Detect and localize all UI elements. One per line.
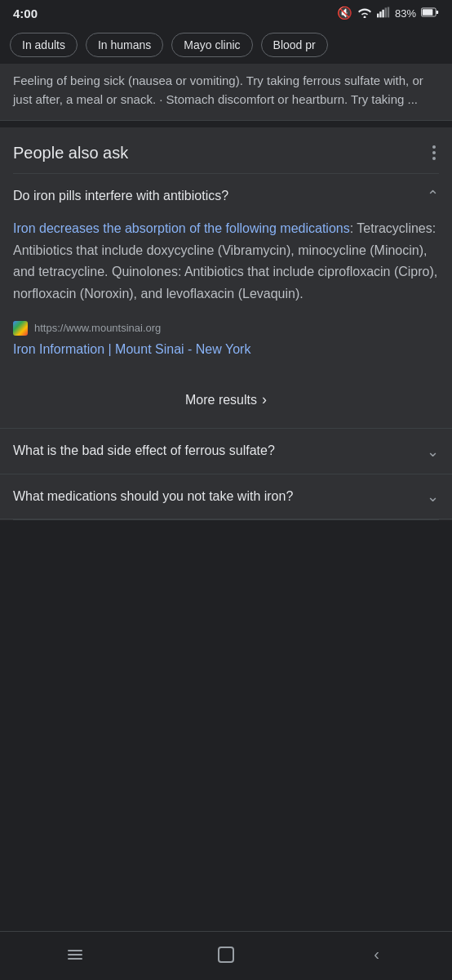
snippet-text: Feeling of being sick (nausea or vomitin… [13,72,439,109]
chevron-down-icon-2: ⌄ [427,443,439,461]
nav-back-button[interactable]: ‹ [352,940,401,969]
svg-rect-8 [436,10,439,13]
svg-rect-2 [379,11,381,17]
dot2 [432,151,436,154]
paa-title: People also ask [13,144,128,163]
faq-item-3: What medications should you not take wit… [0,474,452,519]
bottom-nav: ‹ [0,931,452,980]
back-icon: ‹ [374,945,379,964]
chip-mayo[interactable]: Mayo clinic [171,33,252,57]
nav-home-button[interactable] [202,940,250,969]
faq-question-row-2[interactable]: What is the bad side effect of ferrous s… [0,429,452,473]
more-results-label: More results [185,393,257,408]
faq-item-1: Do iron pills interfere with antibiotics… [0,174,452,429]
home-icon [218,947,234,963]
status-icons: 🔇 83% [337,6,439,20]
chip-adults[interactable]: In adults [10,33,78,57]
source-link-1[interactable]: Iron Information | Mount Sinai - New Yor… [13,342,250,356]
chevron-down-icon-3: ⌄ [427,488,439,506]
faq-answer-link[interactable]: Iron decreases the absorption of the fol… [13,221,350,235]
source-row-1: https://www.mountsinai.org [13,321,439,336]
faq-question-row-3[interactable]: What medications should you not take wit… [0,474,452,519]
faq-answer-1: Iron decreases the absorption of the fol… [13,218,439,305]
signal-icon [377,7,390,20]
recents-line2 [68,954,82,956]
paa-header: People also ask [0,127,452,173]
nav-recents-button[interactable] [51,940,100,969]
more-results-button[interactable]: More results › [185,391,267,408]
source-url-1: https://www.mountsinai.org [34,322,161,334]
wifi-icon [357,7,372,20]
faq-item-2: What is the bad side effect of ferrous s… [0,429,452,474]
paa-section: People also ask Do iron pills interfere … [0,127,452,520]
dot3 [432,157,436,160]
faq-question-text-3: What medications should you not take wit… [13,488,427,506]
svg-rect-3 [382,9,383,17]
chips-row: In adults In humans Mayo clinic Blood pr [0,26,452,64]
more-results-row: More results › [0,375,452,428]
chevron-right-icon: › [262,391,267,408]
svg-rect-7 [423,9,433,16]
status-bar: 4:00 🔇 83% [0,0,452,26]
snippet-area: Feeling of being sick (nausea or vomitin… [0,64,452,121]
paa-menu-button[interactable] [429,142,439,163]
svg-point-0 [363,16,366,18]
svg-rect-5 [388,7,389,17]
mute-icon: 🔇 [337,6,352,20]
faq-content-1: Iron decreases the absorption of the fol… [0,218,452,375]
svg-rect-1 [377,13,379,17]
faq-question-row-1[interactable]: Do iron pills interfere with antibiotics… [0,174,452,218]
faq-question-text-1: Do iron pills interfere with antibiotics… [13,187,427,205]
status-time: 4:00 [13,7,38,20]
bottom-spacer [0,520,452,577]
recents-icon [68,950,82,960]
recents-line1 [68,950,82,951]
chip-blood[interactable]: Blood pr [261,33,328,57]
battery-icon [421,7,439,20]
chip-humans[interactable]: In humans [86,33,163,57]
source-favicon-1 [13,321,28,336]
svg-rect-4 [385,7,387,17]
faq-question-text-2: What is the bad side effect of ferrous s… [13,442,427,460]
recents-line3 [68,958,82,960]
battery-text: 83% [395,7,416,20]
chevron-up-icon-1: ⌃ [427,187,439,205]
dot1 [432,145,436,149]
